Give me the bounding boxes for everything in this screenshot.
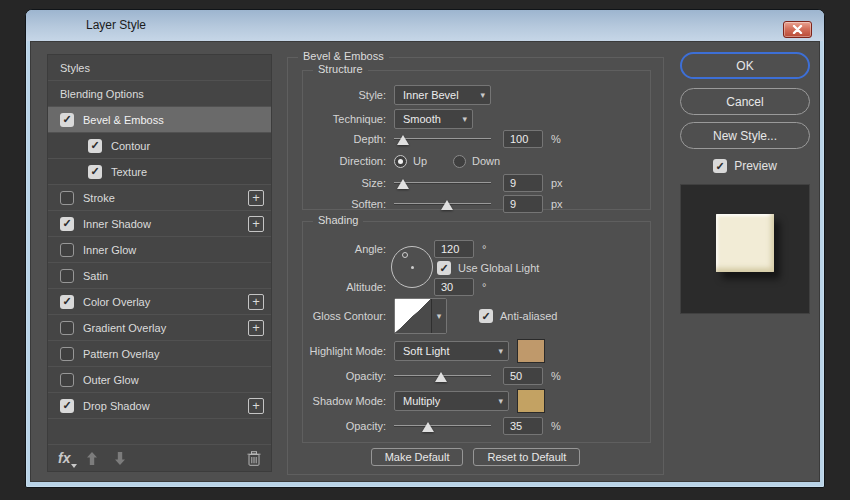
sidebar-item-styles[interactable]: Styles [48,55,271,81]
inner-shadow-checkbox[interactable]: ✓ [60,217,74,231]
sidebar-item-inner-glow[interactable]: Inner Glow [48,237,271,263]
trash-icon [247,451,261,466]
drop-shadow-checkbox[interactable]: ✓ [60,399,74,413]
sidebar-item-label: Inner Shadow [83,218,151,230]
move-effect-down-button[interactable] [114,452,126,465]
slider-thumb[interactable] [397,135,409,145]
depth-value: 100 [510,133,528,145]
add-inner-shadow-instance-button[interactable]: + [248,216,264,232]
size-slider[interactable] [394,176,491,190]
shadow-color-swatch[interactable] [517,389,545,413]
sidebar-item-contour[interactable]: ✓Contour [48,133,271,159]
altitude-label: Altitude: [303,281,394,293]
direction-up-radio[interactable] [394,155,407,168]
sidebar-list: StylesBlending Options✓Bevel & Emboss✓Co… [48,55,271,419]
reset-to-default-button[interactable]: Reset to Default [473,448,580,466]
color-overlay-checkbox[interactable]: ✓ [60,295,74,309]
chevron-down-icon: ▾ [498,396,503,406]
sidebar-item-label: Stroke [83,192,115,204]
bevel-emboss-checkbox[interactable]: ✓ [60,113,74,127]
direction-down-radio[interactable] [453,155,466,168]
new-style-button[interactable]: New Style... [680,122,810,149]
preview-label: Preview [734,159,777,173]
sidebar-item-label: Styles [60,62,90,74]
contour-thumbnail[interactable] [395,299,431,333]
add-stroke-instance-button[interactable]: + [248,190,264,206]
highlight-color-swatch[interactable] [517,339,545,363]
style-preview-thumbnail [716,214,774,272]
shadow-opacity-slider[interactable] [394,419,491,433]
fx-caret-icon [71,464,77,468]
pattern-overlay-checkbox[interactable] [60,347,74,361]
anti-aliased-checkbox[interactable]: ✓ [479,309,493,323]
titlebar[interactable]: Layer Style [26,10,824,41]
depth-slider[interactable] [394,132,491,146]
default-buttons-row: Make Default Reset to Default [288,448,663,466]
slider-thumb[interactable] [397,179,409,189]
contour-checkbox[interactable]: ✓ [88,139,102,153]
highlight-mode-label: Highlight Mode: [303,345,394,357]
highlight-opacity-input[interactable]: 50 [503,367,543,385]
depth-input[interactable]: 100 [503,130,543,148]
style-select[interactable]: Inner Bevel ▾ [394,85,491,105]
structure-group: Structure Style: Inner Bevel ▾ Technique… [302,70,651,210]
style-label: Style: [303,89,394,101]
satin-checkbox[interactable] [60,269,74,283]
direction-label: Direction: [303,155,394,167]
style-row: Style: Inner Bevel ▾ [303,85,642,105]
sidebar-item-stroke[interactable]: Stroke+ [48,185,271,211]
shadow-opacity-input[interactable]: 35 [503,417,543,435]
sidebar-item-blending-options[interactable]: Blending Options [48,81,271,107]
fx-menu-button[interactable]: fx [58,450,70,466]
slider-thumb[interactable] [422,422,434,432]
texture-checkbox[interactable]: ✓ [88,165,102,179]
contour-dropdown-arrow[interactable]: ▾ [431,299,446,333]
shadow-opacity-value: 35 [510,420,522,432]
sidebar-item-pattern-overlay[interactable]: Pattern Overlay [48,341,271,367]
shadow-mode-select[interactable]: Multiply ▾ [394,391,509,411]
add-color-overlay-instance-button[interactable]: + [248,294,264,310]
ok-button[interactable]: OK [680,52,810,79]
direction-up-label: Up [413,155,427,167]
stroke-checkbox[interactable] [60,191,74,205]
add-drop-shadow-instance-button[interactable]: + [248,398,264,414]
sidebar-item-bevel-emboss[interactable]: ✓Bevel & Emboss [48,107,271,133]
sidebar-item-texture[interactable]: ✓Texture [48,159,271,185]
highlight-mode-row: Highlight Mode: Soft Light ▾ [303,341,642,361]
use-global-light-checkbox[interactable]: ✓ [437,261,451,275]
gradient-overlay-checkbox[interactable] [60,321,74,335]
sidebar-item-inner-shadow[interactable]: ✓Inner Shadow+ [48,211,271,237]
technique-select[interactable]: Smooth ▾ [394,109,473,129]
sidebar-item-color-overlay[interactable]: ✓Color Overlay+ [48,289,271,315]
soften-unit: px [551,198,563,210]
sidebar-item-label: Drop Shadow [83,400,150,412]
sidebar-item-outer-glow[interactable]: Outer Glow [48,367,271,393]
gloss-contour-picker[interactable]: ▾ [394,298,447,334]
slider-thumb[interactable] [441,200,453,210]
sidebar-item-satin[interactable]: Satin [48,263,271,289]
delete-effect-button[interactable] [247,451,261,466]
style-select-value: Inner Bevel [403,89,459,101]
sidebar-item-gradient-overlay[interactable]: Gradient Overlay+ [48,315,271,341]
add-gradient-overlay-instance-button[interactable]: + [248,320,264,336]
move-effect-up-button[interactable] [86,452,98,465]
highlight-opacity-slider[interactable] [394,369,491,383]
angle-input[interactable]: 120 [434,240,474,258]
outer-glow-checkbox[interactable] [60,373,74,387]
sidebar-item-label: Bevel & Emboss [83,114,164,126]
size-input[interactable]: 9 [503,174,543,192]
inner-glow-checkbox[interactable] [60,243,74,257]
soften-input[interactable]: 9 [503,195,543,213]
sidebar-item-drop-shadow[interactable]: ✓Drop Shadow+ [48,393,271,419]
highlight-mode-select[interactable]: Soft Light ▾ [394,341,509,361]
make-default-button[interactable]: Make Default [371,448,464,466]
sidebar-item-label: Satin [83,270,108,282]
technique-label: Technique: [303,113,394,125]
style-preview-box [680,184,810,314]
preview-checkbox[interactable]: ✓ [713,159,727,173]
slider-thumb[interactable] [435,372,447,382]
cancel-button[interactable]: Cancel [680,88,810,115]
soften-slider[interactable] [394,197,491,211]
close-button[interactable] [783,21,812,38]
altitude-input[interactable]: 30 [434,278,474,296]
